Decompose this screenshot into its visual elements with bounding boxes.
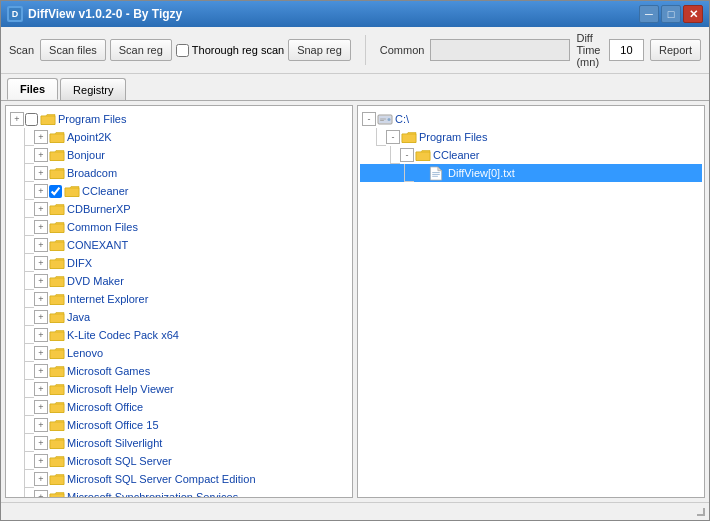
tree-expander[interactable]: + bbox=[34, 238, 48, 252]
toolbar: Scan Scan files Scan reg Thorough reg sc… bbox=[1, 27, 709, 74]
tree-item[interactable]: - Program Files bbox=[360, 128, 702, 146]
tree-checkbox[interactable] bbox=[49, 185, 62, 198]
file-icon bbox=[429, 166, 443, 181]
tab-registry[interactable]: Registry bbox=[60, 78, 126, 100]
tree-expander[interactable]: + bbox=[34, 130, 48, 144]
tree-expander[interactable]: - bbox=[362, 112, 376, 126]
tree-item-label: Java bbox=[67, 311, 90, 323]
tree-expander[interactable]: + bbox=[34, 328, 48, 342]
tree-item[interactable]: + Microsoft Silverlight bbox=[8, 434, 350, 452]
tree-expander[interactable]: + bbox=[34, 256, 48, 270]
tree-item[interactable]: + Microsoft Help Viewer bbox=[8, 380, 350, 398]
tree-item[interactable]: + Apoint2K bbox=[8, 128, 350, 146]
tree-expander[interactable]: + bbox=[34, 166, 48, 180]
tree-expander[interactable]: + bbox=[34, 382, 48, 396]
tree-item-label: Microsoft Silverlight bbox=[67, 437, 162, 449]
tree-item-label: Microsoft Games bbox=[67, 365, 150, 377]
left-tree-view[interactable]: + Program Files+ Apoint2K+ Bonjour+ Broa… bbox=[6, 106, 352, 497]
tree-item[interactable]: - C:\ bbox=[360, 110, 702, 128]
folder-icon bbox=[49, 365, 65, 378]
tree-expander[interactable]: + bbox=[34, 400, 48, 414]
tree-expander[interactable]: + bbox=[34, 310, 48, 324]
tree-expander[interactable]: + bbox=[34, 454, 48, 468]
tree-item[interactable]: + Microsoft Office bbox=[8, 398, 350, 416]
tree-item[interactable]: + Microsoft Synchronization Services bbox=[8, 488, 350, 497]
tree-expander[interactable]: - bbox=[386, 130, 400, 144]
main-content: + Program Files+ Apoint2K+ Bonjour+ Broa… bbox=[1, 101, 709, 502]
report-button[interactable]: Report bbox=[650, 39, 701, 61]
minimize-button[interactable]: ─ bbox=[639, 5, 659, 23]
tree-item[interactable]: + Microsoft Office 15 bbox=[8, 416, 350, 434]
tree-expander[interactable]: + bbox=[34, 346, 48, 360]
tree-expander[interactable]: + bbox=[34, 220, 48, 234]
diff-time-input[interactable] bbox=[609, 39, 644, 61]
tree-item[interactable]: + K-Lite Codec Pack x64 bbox=[8, 326, 350, 344]
tree-item-label: Program Files bbox=[419, 131, 487, 143]
thorough-reg-scan-label[interactable]: Thorough reg scan bbox=[176, 44, 284, 57]
tree-expander[interactable]: + bbox=[34, 490, 48, 497]
tree-expander[interactable] bbox=[414, 166, 428, 180]
folder-icon bbox=[49, 491, 65, 498]
folder-icon bbox=[49, 275, 65, 288]
tree-item[interactable]: + CCleaner bbox=[8, 182, 350, 200]
tree-expander[interactable]: + bbox=[34, 184, 48, 198]
tree-item[interactable]: + Microsoft Games bbox=[8, 362, 350, 380]
folder-icon bbox=[49, 203, 65, 216]
tree-item-label: CCleaner bbox=[82, 185, 128, 197]
tree-item[interactable]: + Program Files bbox=[8, 110, 350, 128]
tree-item[interactable]: + Java bbox=[8, 308, 350, 326]
common-label: Common bbox=[380, 44, 425, 56]
tree-expander[interactable]: + bbox=[34, 292, 48, 306]
tree-checkbox[interactable] bbox=[25, 113, 38, 126]
tree-item[interactable]: + DIFX bbox=[8, 254, 350, 272]
tree-item[interactable]: + CONEXANT bbox=[8, 236, 350, 254]
folder-icon bbox=[49, 311, 65, 324]
tree-expander[interactable]: + bbox=[34, 364, 48, 378]
folder-icon bbox=[415, 149, 431, 162]
tree-expander[interactable]: + bbox=[34, 436, 48, 450]
scan-reg-button[interactable]: Scan reg bbox=[110, 39, 172, 61]
left-pane: + Program Files+ Apoint2K+ Bonjour+ Broa… bbox=[5, 105, 353, 498]
tree-expander[interactable]: + bbox=[10, 112, 24, 126]
tree-item-label: C:\ bbox=[395, 113, 409, 125]
tree-expander[interactable]: + bbox=[34, 472, 48, 486]
folder-icon bbox=[49, 473, 65, 486]
scan-files-button[interactable]: Scan files bbox=[40, 39, 106, 61]
tree-item-label: Microsoft Synchronization Services bbox=[67, 491, 238, 497]
title-bar: D DiffView v1.0.2-0 - By Tigzy ─ □ ✕ bbox=[1, 1, 709, 27]
tree-item[interactable]: + Lenovo bbox=[8, 344, 350, 362]
status-bar bbox=[1, 502, 709, 520]
tree-expander[interactable]: + bbox=[34, 418, 48, 432]
common-input[interactable] bbox=[430, 39, 570, 61]
tree-expander[interactable]: + bbox=[34, 274, 48, 288]
folder-icon bbox=[49, 149, 65, 162]
tree-item-label: DVD Maker bbox=[67, 275, 124, 287]
tree-item[interactable]: DiffView[0].txt bbox=[360, 164, 702, 182]
tree-expander[interactable]: - bbox=[400, 148, 414, 162]
resize-handle[interactable] bbox=[697, 508, 705, 516]
maximize-button[interactable]: □ bbox=[661, 5, 681, 23]
tree-item[interactable]: + Bonjour bbox=[8, 146, 350, 164]
tree-item-label: Bonjour bbox=[67, 149, 105, 161]
tree-expander[interactable]: + bbox=[34, 202, 48, 216]
tree-item[interactable]: + Microsoft SQL Server bbox=[8, 452, 350, 470]
svg-rect-5 bbox=[380, 118, 386, 119]
tree-item[interactable]: + Common Files bbox=[8, 218, 350, 236]
folder-icon bbox=[49, 293, 65, 306]
tree-item[interactable]: + CDBurnerXP bbox=[8, 200, 350, 218]
thorough-reg-scan-checkbox[interactable] bbox=[176, 44, 189, 57]
tab-files[interactable]: Files bbox=[7, 78, 58, 100]
svg-point-4 bbox=[388, 118, 391, 121]
close-button[interactable]: ✕ bbox=[683, 5, 703, 23]
right-tree-view[interactable]: - C:\- Program Files- CCleaner DiffView[… bbox=[358, 106, 704, 497]
tree-item[interactable]: - CCleaner bbox=[360, 146, 702, 164]
folder-icon bbox=[49, 239, 65, 252]
tree-item[interactable]: + DVD Maker bbox=[8, 272, 350, 290]
folder-icon bbox=[49, 257, 65, 270]
tree-item[interactable]: + Internet Explorer bbox=[8, 290, 350, 308]
tree-item-label: Microsoft Office 15 bbox=[67, 419, 159, 431]
tree-expander[interactable]: + bbox=[34, 148, 48, 162]
tree-item[interactable]: + Microsoft SQL Server Compact Edition bbox=[8, 470, 350, 488]
snap-reg-button[interactable]: Snap reg bbox=[288, 39, 351, 61]
tree-item[interactable]: + Broadcom bbox=[8, 164, 350, 182]
